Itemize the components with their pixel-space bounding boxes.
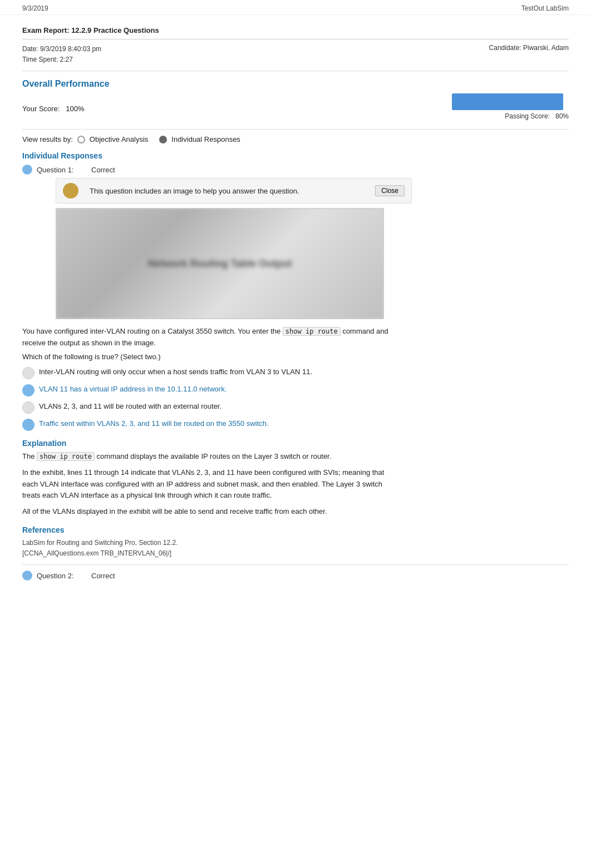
explanation-para2: In the exhibit, lines 11 through 14 indi…: [22, 467, 401, 502]
q1-command: show ip route: [283, 327, 341, 336]
a1-text: Inter-VLAN routing will only occur when …: [39, 366, 312, 378]
divider-2: [22, 129, 569, 130]
score-row: Your Score: 100% Passing Score: 80%: [22, 93, 569, 123]
q1-status: Correct: [91, 166, 115, 174]
close-button[interactable]: Close: [375, 185, 405, 196]
radio-individual[interactable]: [159, 136, 167, 143]
image-blur-text: Network Routing Table Output: [148, 258, 292, 270]
individual-responses-title: Individual Responses: [22, 151, 569, 160]
exp-para1-cmd: show ip route: [37, 452, 95, 461]
main-container: Exam Report: 12.2.9 Practice Questions D…: [0, 15, 591, 603]
top-bar: 9/3/2019 TestOut LabSim: [0, 0, 591, 15]
q1-question-text: You have configured inter-VLAN routing o…: [22, 326, 401, 349]
q1-icon: [22, 165, 32, 175]
explanation-para1: The show ip route command displays the a…: [22, 451, 401, 463]
a2-text: VLAN 11 has a virtual IP address in the …: [39, 384, 226, 395]
passing-score-label: Passing Score:: [505, 112, 550, 120]
meta-row: Date: 9/3/2019 8:40:03 pm Time Spent: 2:…: [22, 44, 569, 65]
question-1-row: Question 1: Correct: [22, 165, 569, 175]
overall-performance-title: Overall Performance: [22, 79, 569, 89]
date-label: Date: 9/3/2019 8:40:03 pm: [22, 44, 101, 54]
image-notice-content: This question includes an image to help …: [63, 183, 299, 199]
image-notice-icon: [63, 183, 78, 199]
q2-label: Question 2:: [37, 572, 87, 580]
view-results-row: View results by: Objective Analysis Indi…: [22, 135, 569, 143]
time-label: Time Spent: 2:27: [22, 54, 101, 65]
explanation-title: Explanation: [22, 439, 569, 448]
answer-options: Inter-VLAN routing will only occur when …: [22, 366, 569, 431]
q2-status: Correct: [91, 572, 115, 580]
top-bar-appname: TestOut LabSim: [521, 4, 569, 12]
view-results-label: View results by:: [22, 135, 73, 143]
image-notice-text: This question includes an image to help …: [90, 187, 299, 195]
answer-1: Inter-VLAN routing will only occur when …: [22, 366, 569, 379]
divider-3: [22, 564, 569, 565]
answer-4: Traffic sent within VLANs 2, 3, and 11 w…: [22, 418, 569, 431]
meta-left: Date: 9/3/2019 8:40:03 pm Time Spent: 2:…: [22, 44, 101, 65]
bar-bg: [452, 93, 563, 110]
your-score-label: Your Score:: [22, 105, 60, 113]
your-score: Your Score: 100%: [22, 105, 85, 113]
label-individual[interactable]: Individual Responses: [171, 135, 240, 143]
chart-area: Passing Score: 80%: [452, 93, 569, 120]
question-2-row: Question 2: Correct: [22, 571, 569, 581]
your-score-value: 100%: [66, 105, 84, 113]
q2-icon: [22, 571, 32, 581]
passing-score-row: Passing Score: 80%: [452, 112, 569, 120]
explanation-para3: All of the VLANs displayed in the exhibi…: [22, 506, 401, 518]
a4-icon: [22, 419, 35, 431]
references-title: References: [22, 525, 569, 534]
answer-3: VLANs 2, 3, and 11 will be routed with a…: [22, 401, 569, 414]
candidate-label: Candidate: Piwarski, Adam: [489, 44, 569, 52]
question-image: Network Routing Table Output: [56, 208, 384, 319]
a2-icon: [22, 384, 35, 396]
meta-right: Candidate: Piwarski, Adam: [489, 44, 569, 65]
a3-text: VLANs 2, 3, and 11 will be routed with a…: [39, 401, 221, 412]
references-line1: LabSim for Routing and Switching Pro, Se…: [22, 538, 569, 548]
radio-objective[interactable]: [77, 136, 85, 143]
a3-icon: [22, 401, 35, 414]
image-notice-box: This question includes an image to help …: [56, 178, 412, 204]
top-bar-date: 9/3/2019: [22, 4, 48, 12]
a1-icon: [22, 367, 35, 379]
answer-2: VLAN 11 has a virtual IP address in the …: [22, 384, 569, 396]
label-objective[interactable]: Objective Analysis: [90, 135, 149, 143]
image-blur-overlay: Network Routing Table Output: [56, 209, 383, 319]
divider-1: [22, 71, 569, 71]
q1-text-pre: You have configured inter-VLAN routing o…: [22, 327, 280, 335]
exp-para1-post: command displays the available IP routes…: [97, 452, 332, 460]
which-true: Which of the following is true? (Select …: [22, 353, 569, 361]
exam-title: Exam Report: 12.2.9 Practice Questions: [22, 21, 569, 39]
references-line2: [CCNA_AllQuestions.exm TRB_INTERVLAN_06|…: [22, 548, 569, 559]
exp-para1-pre: The: [22, 452, 35, 460]
q1-label: Question 1:: [37, 166, 87, 174]
passing-score-value: 80%: [555, 112, 569, 120]
bar-fill: [452, 93, 563, 110]
a4-text: Traffic sent within VLANs 2, 3, and 11 w…: [39, 418, 269, 429]
